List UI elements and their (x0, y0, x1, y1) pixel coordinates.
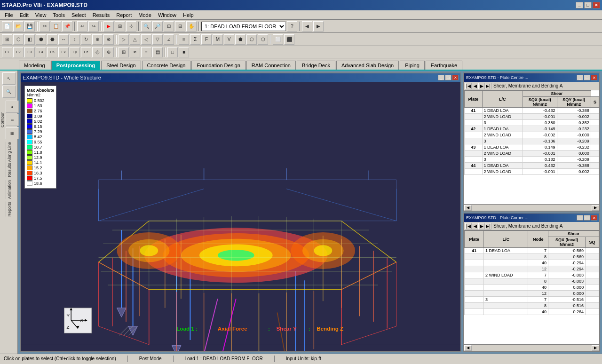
tb3-btn15[interactable]: □ (167, 47, 178, 57)
load-select[interactable]: 1: DEAD LOAD FROM FLOOR (201, 22, 286, 31)
tb2-btn8[interactable]: ↻ (81, 34, 91, 45)
tab-bridge-deck[interactable]: Bridge Deck (297, 61, 335, 70)
menu-item-view[interactable]: View (32, 12, 49, 18)
pc-prev-btn[interactable]: ◀ (472, 83, 478, 89)
menu-item-help[interactable]: Help (180, 12, 197, 18)
tab-advanced-slab-design[interactable]: Advanced Slab Design (336, 61, 399, 70)
pc-next-btn[interactable]: ▶ (478, 83, 485, 89)
pc-hscroll[interactable]: ◀ ▶ (464, 204, 599, 211)
tb2-btn16[interactable]: ≡ (179, 34, 189, 45)
tb2-btn1[interactable]: ⊞ (2, 34, 12, 45)
tb3-btn14[interactable]: ▤ (152, 47, 163, 57)
node-btn[interactable]: ● (6, 101, 19, 113)
tb3-btn1[interactable]: F1 (2, 47, 12, 57)
tab-concrete-design[interactable]: Concrete Design (142, 61, 191, 70)
open-btn[interactable]: 📂 (13, 21, 24, 32)
tb2-btn12[interactable]: △ (130, 34, 140, 45)
pc-max-btn[interactable]: □ (584, 75, 590, 80)
minimize-button[interactable]: _ (576, 2, 583, 8)
structure-min-btn[interactable]: _ (438, 75, 444, 80)
pc-scroll-left[interactable]: ◀ (464, 205, 472, 211)
snap-btn[interactable]: ⊹ (126, 21, 136, 32)
menu-item-window[interactable]: Window (155, 12, 179, 18)
tab-modeling[interactable]: Modeling (19, 61, 50, 70)
structure-close-btn[interactable]: ✕ (452, 75, 459, 80)
tb2-btn17[interactable]: Σ (190, 34, 200, 45)
tb2-btn21[interactable]: ⬟ (235, 34, 246, 45)
tb2-btn2[interactable]: ⬡ (13, 34, 24, 45)
paste-btn[interactable]: 📌 (62, 21, 72, 32)
tb2-btn14[interactable]: ▽ (152, 34, 163, 45)
tab-piping[interactable]: Piping (400, 61, 425, 70)
menu-item-mode[interactable]: Mode (135, 12, 154, 18)
new-btn[interactable]: 📄 (2, 21, 12, 32)
menu-item-report[interactable]: Report (113, 12, 135, 18)
tb2-btn9[interactable]: ⊕ (92, 34, 103, 45)
zoom-all-btn[interactable]: ⊡ (164, 21, 174, 32)
redo-btn[interactable]: ↪ (88, 21, 99, 32)
menu-item-select[interactable]: Select (69, 12, 89, 18)
tab-foundation-design[interactable]: Foundation Design (191, 61, 245, 70)
tb2-btn19[interactable]: M (213, 34, 223, 45)
pco-next-btn[interactable]: ▶ (478, 223, 485, 229)
help-load-btn[interactable]: ? (287, 21, 297, 32)
beam-btn[interactable]: ═ (6, 114, 19, 126)
maximize-button[interactable]: □ (584, 2, 592, 8)
tb3-btn3[interactable]: F3 (24, 47, 35, 57)
pco-close-btn[interactable]: ✕ (591, 215, 597, 221)
structure-max-btn[interactable]: □ (445, 75, 452, 80)
tb2-btn3[interactable]: ◧ (24, 34, 35, 45)
tb2-btn10[interactable]: ⊗ (103, 34, 114, 45)
pc-last-btn[interactable]: ▶| (485, 83, 491, 89)
pco-scroll-track[interactable] (472, 346, 592, 350)
tb2-btn13[interactable]: ◁ (141, 34, 151, 45)
cursor-tool[interactable]: ↖ (2, 72, 16, 85)
pco-scroll-left[interactable]: ◀ (464, 345, 472, 351)
pc-first-btn[interactable]: |◀ (465, 83, 472, 89)
tb2-btn20[interactable]: V (224, 34, 234, 45)
menu-item-tools[interactable]: Tools (50, 12, 68, 18)
menu-item-results[interactable]: Results (90, 12, 113, 18)
tab-earthquake[interactable]: Earthquake (426, 61, 462, 70)
zoom-tool[interactable]: 🔍 (2, 86, 16, 98)
tb2-btn7[interactable]: ↕ (70, 34, 80, 45)
structure-3d-view[interactable]: Load 1 : Axial Force : Shear Y : Bending… (21, 82, 460, 351)
prev-load-btn[interactable]: ◀ (302, 21, 312, 32)
cut-btn[interactable]: ✂ (40, 21, 50, 32)
pco-scroll-right[interactable]: ▶ (592, 345, 599, 351)
tab-steel-design[interactable]: Steel Design (101, 61, 141, 70)
tb3-btn2[interactable]: F2 (13, 47, 24, 57)
tb3-btn6[interactable]: Fx (58, 47, 69, 57)
tab-ram-connection[interactable]: RAM Connection (246, 61, 296, 70)
grid-btn[interactable]: ⊞ (115, 21, 125, 32)
zoom-win-btn[interactable]: ⊟ (175, 21, 185, 32)
save-btn[interactable]: 💾 (24, 21, 35, 32)
tb3-btn10[interactable]: ⊕ (103, 47, 114, 57)
tb2-btn25[interactable]: ⬛ (284, 34, 294, 45)
plate-corner-table-wrapper[interactable]: Plate L/C Node Shear SQX (local)N/mm2 SQ… (464, 230, 599, 344)
tb2-btn15[interactable]: ⊿ (164, 34, 174, 45)
tb2-btn4[interactable]: ⬢ (36, 34, 46, 45)
tb3-btn7[interactable]: Fy (70, 47, 80, 57)
tb3-btn4[interactable]: F4 (36, 47, 46, 57)
pco-prev-btn[interactable]: ◀ (472, 223, 478, 229)
tb3-btn12[interactable]: ≈ (130, 47, 140, 57)
pco-first-btn[interactable]: |◀ (465, 223, 472, 229)
pc-min-btn[interactable]: _ (577, 75, 583, 80)
tb3-btn5[interactable]: F5 (47, 47, 57, 57)
tb2-btn24[interactable]: ⬜ (273, 34, 283, 45)
pc-close-btn[interactable]: ✕ (591, 75, 597, 80)
menu-item-edit[interactable]: Edit (17, 12, 32, 18)
plate-btn[interactable]: ▦ (6, 127, 19, 139)
tb3-btn9[interactable]: ◎ (92, 47, 103, 57)
pco-last-btn[interactable]: ▶| (485, 223, 491, 229)
menu-item-file[interactable]: File (2, 12, 16, 18)
pc-scroll-track[interactable] (472, 206, 592, 210)
tb2-btn6[interactable]: ↔ (58, 34, 69, 45)
tb2-btn18[interactable]: F (201, 34, 212, 45)
pc-scroll-right[interactable]: ▶ (592, 205, 599, 211)
tb3-btn16[interactable]: ■ (179, 47, 189, 57)
tb3-btn13[interactable]: ≡ (141, 47, 151, 57)
pan-btn[interactable]: ✋ (186, 21, 197, 32)
pco-hscroll[interactable]: ◀ ▶ (464, 344, 599, 351)
